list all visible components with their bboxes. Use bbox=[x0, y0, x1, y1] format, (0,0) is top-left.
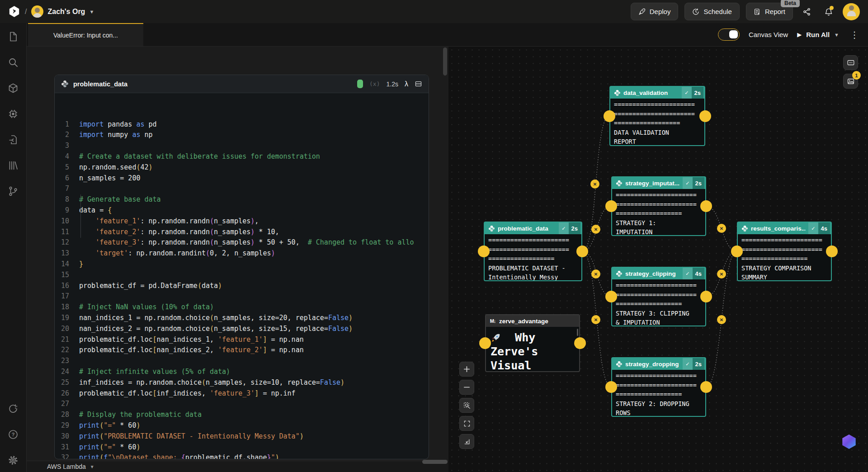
run-all-chevron-icon[interactable]: ▼ bbox=[834, 32, 839, 38]
line-number: 15 bbox=[55, 270, 69, 281]
zerve-assistant-button[interactable] bbox=[842, 434, 856, 449]
canvas-view-label: Canvas View bbox=[749, 31, 788, 38]
output-port[interactable] bbox=[700, 291, 712, 302]
node-header[interactable]: problematic_data✓2s bbox=[485, 222, 581, 234]
breadcrumb-separator: / bbox=[25, 8, 27, 16]
input-port[interactable] bbox=[479, 337, 491, 349]
files-icon[interactable] bbox=[8, 31, 19, 42]
kernel-selector[interactable]: AWS Lambda ▼ bbox=[27, 461, 448, 472]
run-all-label: Run All bbox=[806, 31, 830, 38]
zerve-logo-icon[interactable] bbox=[8, 5, 20, 18]
canvas-node-problematic_data[interactable]: problematic_data✓2s=====================… bbox=[484, 222, 582, 281]
node-title: zerve_advantage bbox=[499, 318, 548, 325]
console-panel-button[interactable] bbox=[843, 55, 858, 70]
node-header[interactable]: strategy_imputat...✓2s bbox=[612, 177, 705, 189]
node-status-badge: ✓2s bbox=[683, 358, 704, 370]
help-icon[interactable]: ? bbox=[8, 429, 19, 440]
tab-value-error[interactable]: ValueError: Input con... bbox=[28, 23, 143, 46]
node-header[interactable]: M↓zerve_advantage bbox=[486, 315, 579, 327]
org-selector[interactable]: Zach's Org ▼ bbox=[31, 5, 94, 18]
library-icon[interactable] bbox=[8, 160, 19, 171]
edge-disconnect-handle[interactable]: ✕ bbox=[591, 315, 600, 324]
zoom-out-button[interactable] bbox=[459, 380, 474, 395]
run-all-button[interactable]: ▶ Run All ▼ bbox=[797, 31, 839, 38]
output-port[interactable] bbox=[826, 245, 838, 257]
compute-chip-icon[interactable] bbox=[8, 109, 19, 119]
canvas-node-results_comparison[interactable]: results_comparis...✓4s==================… bbox=[737, 222, 832, 281]
notification-dot bbox=[830, 6, 834, 10]
code-block-header[interactable]: problematic_data (x) 1.2s λ bbox=[55, 75, 429, 93]
beta-badge: Beta bbox=[781, 0, 800, 7]
output-port[interactable] bbox=[699, 110, 711, 122]
canvas-node-strategy_imputation[interactable]: strategy_imputat...✓2s==================… bbox=[611, 176, 706, 236]
output-port[interactable] bbox=[700, 200, 712, 212]
code-lines: 1import pandas as pd2import numpy as np3… bbox=[55, 119, 429, 459]
search-icon[interactable] bbox=[8, 57, 19, 68]
package-icon[interactable] bbox=[8, 83, 19, 94]
report-button[interactable]: Report Beta bbox=[746, 3, 793, 20]
input-port[interactable] bbox=[605, 200, 617, 212]
code-line: 16problematic_df = pd.DataFrame(data) bbox=[55, 281, 429, 292]
resize-view-button[interactable] bbox=[459, 434, 474, 449]
input-port[interactable] bbox=[731, 245, 743, 257]
input-port[interactable] bbox=[604, 110, 615, 122]
line-number: 30 bbox=[55, 431, 69, 442]
node-header[interactable]: results_comparis...✓4s bbox=[738, 222, 831, 234]
assets-panel-button[interactable]: 1 bbox=[843, 74, 858, 89]
zoom-in-button[interactable] bbox=[459, 362, 474, 377]
split-view-button[interactable] bbox=[415, 80, 422, 88]
output-port[interactable] bbox=[574, 337, 586, 349]
node-runtime: 2s bbox=[692, 87, 703, 99]
variables-button[interactable]: (x) bbox=[369, 80, 380, 87]
more-options-button[interactable]: ⋮ bbox=[848, 29, 861, 40]
node-header[interactable]: strategy_clipping✓4s bbox=[612, 268, 705, 279]
fit-view-button[interactable] bbox=[459, 416, 474, 431]
node-header[interactable]: strategy_dropping✓2s bbox=[612, 358, 705, 370]
canvas-node-zerve_advantage[interactable]: M↓zerve_advantage WhyZerve'sVisual bbox=[485, 314, 580, 372]
canvas-node-strategy_dropping[interactable]: strategy_dropping✓2s====================… bbox=[611, 357, 706, 417]
org-avatar bbox=[31, 5, 43, 18]
edge-disconnect-handle[interactable]: ✕ bbox=[717, 224, 726, 233]
user-avatar[interactable] bbox=[843, 3, 860, 20]
vertical-scrollbar-thumb[interactable] bbox=[443, 47, 447, 76]
code-line: 30print("PROBLEMATIC DATASET - Intention… bbox=[55, 431, 429, 442]
updates-icon[interactable] bbox=[8, 403, 19, 414]
node-title: strategy_imputat... bbox=[625, 180, 679, 187]
input-port[interactable] bbox=[605, 291, 617, 302]
code-line: 14} bbox=[55, 259, 429, 270]
line-number: 20 bbox=[55, 324, 69, 335]
lambda-button[interactable]: λ bbox=[405, 80, 408, 88]
node-header[interactable]: data_validation✓2s bbox=[610, 87, 704, 99]
canvas-node-strategy_clipping[interactable]: strategy_clipping✓4s====================… bbox=[611, 267, 706, 326]
edge-disconnect-handle[interactable]: ✕ bbox=[590, 179, 599, 189]
share-icon bbox=[802, 7, 811, 16]
code-line: 18# Inject NaN values (10% of data) bbox=[55, 302, 429, 313]
canvas-panel[interactable]: problematic_data✓2s=====================… bbox=[448, 47, 868, 472]
code-editor[interactable]: 1import pandas as pd2import numpy as np3… bbox=[55, 93, 429, 459]
file-import-icon[interactable] bbox=[8, 134, 19, 145]
line-number: 23 bbox=[55, 356, 69, 367]
output-port[interactable] bbox=[700, 381, 712, 393]
edge-disconnect-handle[interactable]: ✕ bbox=[591, 225, 600, 234]
canvas-node-data_validation[interactable]: data_validation✓2s======================… bbox=[609, 86, 705, 146]
deploy-button[interactable]: Deploy bbox=[631, 3, 679, 20]
line-number: 12 bbox=[55, 237, 69, 248]
output-port[interactable] bbox=[576, 245, 588, 257]
schedule-button[interactable]: Schedule bbox=[684, 3, 740, 20]
line-number: 11 bbox=[55, 227, 69, 238]
share-button[interactable] bbox=[799, 4, 815, 19]
node-status-badge: ✓2s bbox=[559, 222, 580, 234]
input-port[interactable] bbox=[605, 381, 617, 393]
node-scrollbar[interactable] bbox=[577, 329, 578, 336]
horizontal-scrollbar-thumb[interactable] bbox=[422, 460, 448, 464]
zoom-selection-button[interactable] bbox=[459, 398, 474, 413]
edge-disconnect-handle[interactable]: ✕ bbox=[717, 269, 726, 278]
canvas-view-toggle[interactable] bbox=[718, 28, 740, 41]
edge-disconnect-handle[interactable]: ✕ bbox=[591, 269, 600, 278]
git-branch-icon[interactable] bbox=[8, 186, 19, 197]
notifications-button[interactable] bbox=[821, 4, 836, 19]
settings-gear-icon[interactable] bbox=[8, 455, 19, 466]
input-port[interactable] bbox=[478, 245, 490, 257]
edge-disconnect-handle[interactable]: ✕ bbox=[717, 315, 726, 324]
tab-title: ValueError: Input con... bbox=[53, 32, 118, 39]
